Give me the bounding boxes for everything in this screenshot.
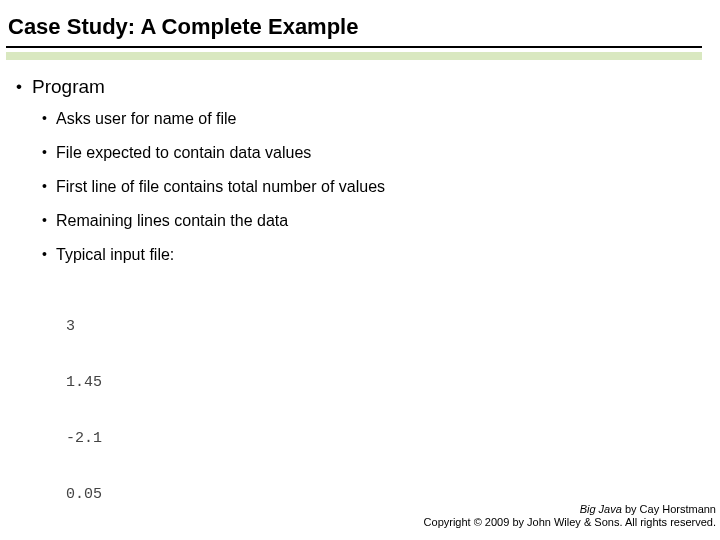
- slide-footer: Big Java by Cay Horstmann Copyright © 20…: [424, 503, 716, 531]
- bullet-level2-item: File expected to contain data values: [32, 144, 702, 162]
- bullet-list-level1: Program Asks user for name of file File …: [14, 76, 702, 540]
- bullet-level1-item: Program Asks user for name of file File …: [14, 76, 702, 540]
- bullet-level2-item: Typical input file:: [32, 246, 702, 264]
- footer-attribution: Big Java by Cay Horstmann: [424, 503, 716, 517]
- slide-content: Program Asks user for name of file File …: [6, 60, 702, 540]
- bullet-level2-item: First line of file contains total number…: [32, 178, 702, 196]
- code-line: -2.1: [66, 430, 702, 449]
- code-block: 3 1.45 -2.1 0.05: [66, 280, 702, 540]
- footer-copyright: Copyright © 2009 by John Wiley & Sons. A…: [424, 516, 716, 530]
- bullet-level2-item: Asks user for name of file: [32, 110, 702, 128]
- bullet-list-level2: Asks user for name of file File expected…: [32, 110, 702, 264]
- code-line: 3: [66, 318, 702, 337]
- title-accent-bar: [6, 52, 702, 60]
- slide-title: Case Study: A Complete Example: [6, 14, 702, 48]
- code-line: 1.45: [66, 374, 702, 393]
- footer-author: by Cay Horstmann: [622, 503, 716, 515]
- bullet-level2-item: Remaining lines contain the data: [32, 212, 702, 230]
- bullet-level1-text: Program: [32, 76, 105, 97]
- footer-book-title: Big Java: [580, 503, 622, 515]
